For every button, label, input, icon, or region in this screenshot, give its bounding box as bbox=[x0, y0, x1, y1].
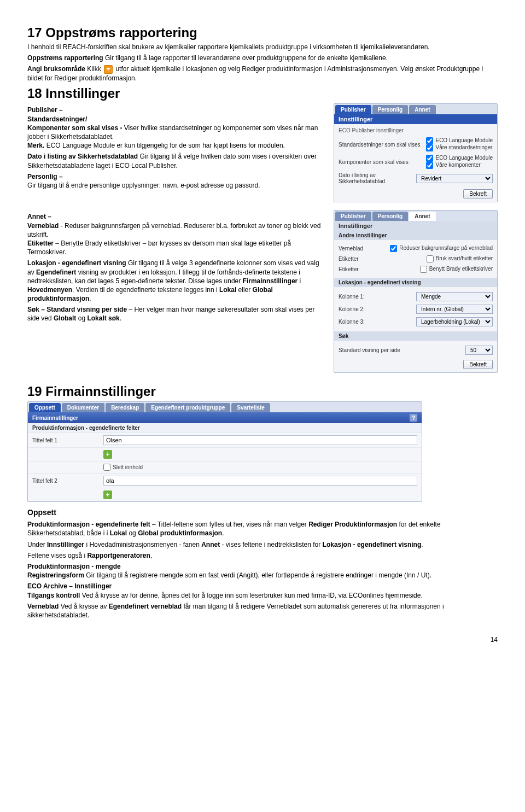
para-vern: Verneblad Ved å krysse av Egendefinert v… bbox=[27, 602, 498, 620]
label-verneblad2: Verneblad bbox=[27, 603, 59, 610]
panel-title: Firmainnstillinger bbox=[32, 415, 78, 421]
select-revidert[interactable]: Revidert bbox=[416, 174, 493, 183]
panel-title: Innstillinger bbox=[334, 221, 497, 231]
tab-beredskap[interactable]: Beredskap bbox=[106, 403, 144, 412]
label-angi-bruksomrade: Angi bruksområde bbox=[27, 65, 85, 73]
label-annet: Annet – bbox=[27, 213, 51, 220]
label-dato-listing: Dato i listing av Sikkerhetsdatablad bbox=[27, 153, 138, 160]
row-label: Komponenter som skal vises bbox=[339, 159, 426, 165]
settings-panel-publisher: Publisher Personlig Annet Innstillinger … bbox=[334, 103, 498, 202]
bekreft-button[interactable]: Bekreft bbox=[463, 360, 493, 369]
label-pm: Produktinformasjon - mengde bbox=[27, 563, 121, 570]
label-sok: Søk – Standard visning per side bbox=[27, 306, 127, 313]
cb-vare-komp[interactable] bbox=[426, 162, 433, 169]
select-kolonne2[interactable]: Intern nr. (Global) bbox=[416, 305, 493, 314]
bekreft-button[interactable]: Bekreft bbox=[463, 189, 493, 198]
para-17b: Oppstrøms rapportering Gir tilgang til å… bbox=[27, 54, 498, 62]
panel-subtitle: Andre innstillinger bbox=[334, 231, 497, 240]
oppsett-heading: Oppsett bbox=[27, 507, 498, 518]
select-kolonne3[interactable]: Lagerbeholdning (Lokal) bbox=[416, 317, 493, 326]
label-oppstroms: Oppstrøms rapportering bbox=[27, 54, 103, 62]
para-pm: Produktinformasjon - mengde Registrering… bbox=[27, 562, 498, 580]
cb-reduser-bg[interactable] bbox=[390, 245, 397, 252]
add-button[interactable]: + bbox=[103, 450, 112, 459]
row-label: Verneblad bbox=[339, 246, 390, 252]
para-lokasjon: Lokasjon - egendefinert visning Gir tilg… bbox=[27, 259, 326, 303]
label-etiketter: Etiketter bbox=[27, 239, 54, 247]
tab-annet[interactable]: Annet bbox=[409, 105, 435, 114]
heading-17: 17 Oppstrøms rapportering bbox=[27, 25, 498, 40]
label-publisher: Publisher – bbox=[27, 106, 63, 114]
label-personlig: Personlig – bbox=[27, 173, 63, 180]
chevron-down-icon[interactable] bbox=[104, 65, 113, 74]
label-merk: Merk. bbox=[27, 142, 44, 149]
tab-personlig[interactable]: Personlig bbox=[372, 212, 409, 221]
tab-oppsett[interactable]: Oppsett bbox=[29, 403, 61, 412]
para-eco: ECO Archive – Innstillinger Tilgangs kon… bbox=[27, 582, 498, 599]
label-verneblad: Verneblad bbox=[27, 222, 59, 230]
row-label: Kolonne 2: bbox=[339, 306, 416, 312]
cb-svart-hvitt[interactable] bbox=[427, 255, 434, 262]
page-number: 14 bbox=[27, 636, 498, 644]
cb-eco-lang-1[interactable] bbox=[426, 137, 433, 144]
label-eco: ECO Archive – Innstillinger bbox=[27, 582, 112, 590]
tab-personlig[interactable]: Personlig bbox=[372, 105, 409, 114]
para-personlig: Personlig – Gir tilgang til å endre pers… bbox=[27, 172, 326, 190]
heading-19: 19 Firmainnstillinger bbox=[27, 384, 498, 399]
tab-egendef-pgruppe[interactable]: Egendefinert produktgruppe bbox=[145, 403, 230, 412]
panel-subtitle: ECO Publisher innstillinger bbox=[339, 127, 493, 133]
panel-subtitle: Produktinformasjon - egendefinerte felte… bbox=[28, 423, 422, 433]
para-op3: Feltene vises også i Rapportgeneratoren, bbox=[27, 551, 498, 560]
field-label: Tittel felt 2 bbox=[32, 478, 103, 484]
select-per-side[interactable]: 50 bbox=[465, 346, 493, 355]
para-op1: Produktinformasjon - egendefinerte felt … bbox=[27, 520, 498, 538]
label-lokasjon: Lokasjon - egendefinert visning bbox=[27, 259, 126, 267]
tab-dokumenter[interactable]: Dokumenter bbox=[62, 403, 104, 412]
row-label: Dato i listing av Sikkerhetsdatablad bbox=[339, 172, 416, 184]
row-label: Kolonne 3: bbox=[339, 319, 416, 325]
select-kolonne1[interactable]: Mengde bbox=[416, 292, 493, 301]
publisher-subhead: Publisher – Standardsetninger/ Komponent… bbox=[27, 106, 326, 150]
row-label: Etiketter bbox=[339, 256, 427, 262]
settings-panel-annet: Publisher Personlig Annet Innstillinger … bbox=[334, 210, 498, 373]
tab-publisher[interactable]: Publisher bbox=[335, 212, 371, 221]
cb-slett-innhold[interactable] bbox=[103, 464, 110, 471]
label-standardsetninger: Standardsetninger/ bbox=[27, 115, 87, 123]
cb-vare-standard[interactable] bbox=[426, 144, 433, 151]
firmainnstillinger-panel: Oppsett Dokumenter Beredskap Egendefiner… bbox=[27, 401, 422, 502]
para-17a: I henhold til REACH-forskriften skal bru… bbox=[27, 43, 498, 51]
cb-eco-lang-2[interactable] bbox=[426, 155, 433, 162]
panel-subtitle-sok: Søk bbox=[334, 331, 497, 341]
para-annet: Annet – Verneblad - Reduser bakgrunnsfar… bbox=[27, 212, 326, 256]
para-dato-listing: Dato i listing av Sikkerhetsdatablad Gir… bbox=[27, 152, 326, 170]
para-17c: Angi bruksområde Klikk utfor aktuelt kje… bbox=[27, 65, 498, 83]
label-komponenter: Komponenter som skal vises - bbox=[27, 124, 122, 132]
tab-publisher[interactable]: Publisher bbox=[335, 105, 371, 114]
cb-brady[interactable] bbox=[420, 266, 427, 273]
row-label: Kolonne 1: bbox=[339, 294, 416, 300]
help-icon[interactable]: ? bbox=[410, 414, 417, 422]
row-label: Standard visning per side bbox=[339, 347, 465, 353]
para-sok: Søk – Standard visning per side – Her ve… bbox=[27, 305, 326, 323]
tab-svarteliste[interactable]: Svarteliste bbox=[231, 403, 270, 412]
add-button[interactable]: + bbox=[103, 490, 112, 499]
tittel-felt-2-input[interactable] bbox=[103, 476, 417, 486]
heading-18: 18 Innstillinger bbox=[27, 86, 498, 101]
row-label: Etiketter bbox=[339, 266, 420, 272]
tittel-felt-1-input[interactable] bbox=[103, 435, 417, 445]
row-label: Standardsetninger som skal vises bbox=[339, 142, 426, 148]
field-label: Tittel felt 1 bbox=[32, 437, 103, 443]
tab-annet[interactable]: Annet bbox=[409, 212, 435, 221]
panel-title: Innstillinger bbox=[334, 114, 497, 124]
para-op2: Under Innstillinger i Hovedadministrasjo… bbox=[27, 540, 498, 549]
panel-subtitle-lokasjon: Lokasjon - egendefinert visning bbox=[334, 278, 497, 287]
